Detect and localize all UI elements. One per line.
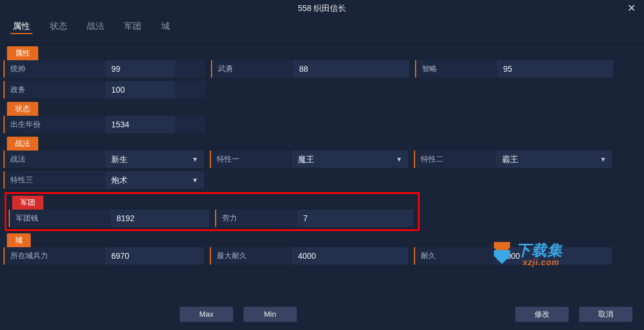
label-castle-durability: 耐久: [415, 247, 496, 265]
select-trait2-value: 霸王: [502, 155, 518, 164]
input-army-labor[interactable]: [297, 210, 413, 227]
field-army-labor: 劳力: [215, 210, 413, 227]
cancel-button[interactable]: 取消: [579, 307, 632, 322]
field-politics: 政务: [3, 81, 205, 98]
input-birth-year[interactable]: [105, 116, 175, 133]
label-tactic: 战法: [5, 151, 105, 168]
chevron-down-icon: ▼: [600, 151, 606, 168]
chevron-down-icon: ▼: [396, 151, 402, 168]
input-castle-troops[interactable]: [105, 247, 204, 265]
watermark-line1: 下载集: [516, 243, 563, 258]
field-tactic: 战法 新生 ▼: [3, 151, 204, 168]
field-leadership: 统帅: [3, 60, 205, 78]
label-politics: 政务: [5, 81, 105, 98]
select-trait1[interactable]: 魔王 ▼: [292, 151, 408, 168]
field-birth-year: 出生年份: [3, 116, 205, 133]
label-valor: 武勇: [212, 60, 293, 78]
field-castle-max-durability: 最大耐久: [210, 247, 408, 265]
label-army-labor: 劳力: [216, 210, 297, 227]
tab-castle[interactable]: 城: [159, 20, 172, 34]
field-castle-troops: 所在城兵力: [3, 247, 204, 265]
label-leadership: 统帅: [5, 60, 105, 78]
section-header-status: 状态: [7, 102, 38, 116]
field-trait3: 特性三 炮术 ▼: [3, 171, 204, 189]
label-trait2: 特性二: [415, 151, 496, 168]
download-arrow-icon: [492, 242, 512, 267]
section-header-castle: 城: [7, 233, 31, 247]
footer-buttons: Max Min 修改 取消: [0, 307, 644, 322]
section-header-army: 军团: [12, 196, 43, 210]
label-trait3: 特性三: [5, 171, 105, 189]
field-trait2: 特性二 霸王 ▼: [414, 151, 612, 168]
chevron-down-icon: ▼: [192, 171, 198, 189]
input-army-money[interactable]: [111, 210, 209, 227]
tab-tactics[interactable]: 战法: [85, 20, 107, 34]
tab-army[interactable]: 军团: [122, 20, 144, 34]
section-header-attributes: 属性: [7, 46, 38, 60]
field-intellect: 智略: [415, 60, 613, 78]
field-valor: 武勇: [211, 60, 409, 78]
select-trait2[interactable]: 霸王 ▼: [496, 151, 612, 168]
input-leadership[interactable]: [105, 60, 175, 78]
watermark-line2: xzji.com: [523, 258, 563, 267]
max-button[interactable]: Max: [180, 307, 233, 322]
label-army-money: 军团钱: [10, 210, 111, 227]
highlight-box-army: 军团 军团钱 劳力: [5, 192, 420, 231]
section-header-tactics: 战法: [7, 137, 38, 151]
chevron-down-icon: ▼: [192, 151, 198, 168]
field-trait1: 特性一 魔王 ▼: [210, 151, 408, 168]
select-trait1-value: 魔王: [298, 155, 314, 164]
label-intellect: 智略: [416, 60, 497, 78]
label-castle-troops: 所在城兵力: [5, 247, 105, 265]
label-trait1: 特性一: [211, 151, 292, 168]
select-tactic-value: 新生: [111, 155, 128, 164]
svg-marker-1: [494, 250, 510, 264]
modify-button[interactable]: 修改: [515, 307, 569, 322]
close-button[interactable]: ✕: [625, 2, 637, 14]
field-army-money: 军团钱: [9, 210, 209, 227]
min-button[interactable]: Min: [243, 307, 297, 322]
select-tactic[interactable]: 新生 ▼: [105, 151, 204, 168]
input-intellect[interactable]: [497, 60, 613, 78]
watermark: 下载集 xzji.com: [492, 242, 563, 267]
tab-attributes[interactable]: 属性: [10, 20, 32, 34]
label-castle-max-durability: 最大耐久: [211, 247, 292, 265]
tab-bar: 属性 状态 战法 军团 城: [0, 16, 644, 41]
window-title: 558 织田信长: [298, 3, 346, 13]
tab-status[interactable]: 状态: [48, 20, 70, 34]
close-icon: ✕: [627, 2, 636, 14]
label-birth-year: 出生年份: [5, 116, 105, 133]
select-trait3[interactable]: 炮术 ▼: [105, 171, 204, 189]
title-bar: 558 织田信长 ✕: [0, 0, 644, 16]
input-politics[interactable]: [105, 81, 175, 98]
select-trait3-value: 炮术: [111, 175, 128, 185]
input-valor[interactable]: [293, 60, 409, 78]
input-castle-max-durability[interactable]: [292, 247, 408, 265]
